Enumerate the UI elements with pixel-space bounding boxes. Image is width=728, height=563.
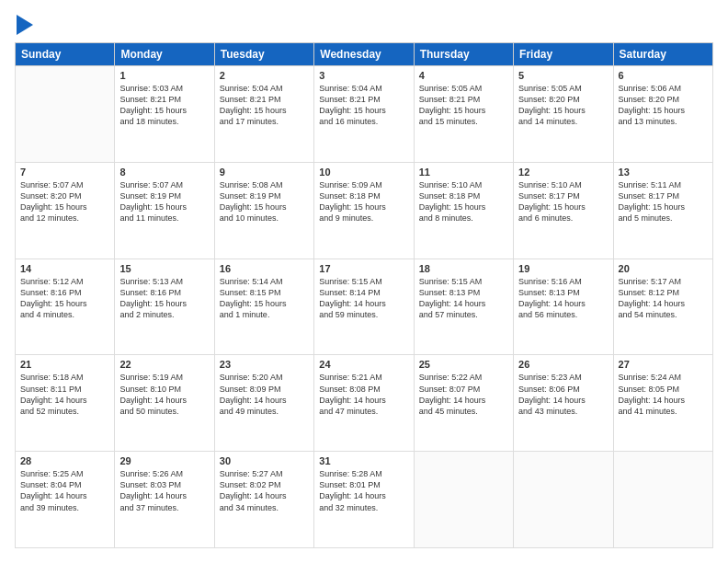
day-number: 27 <box>619 359 708 370</box>
weekday-header-thursday: Thursday <box>414 43 513 66</box>
day-number: 21 <box>20 359 109 370</box>
day-info: Sunrise: 5:05 AM Sunset: 8:21 PM Dayligh… <box>419 83 508 128</box>
calendar-table: SundayMondayTuesdayWednesdayThursdayFrid… <box>15 42 713 548</box>
weekday-header-saturday: Saturday <box>613 43 712 66</box>
calendar-cell: 20Sunrise: 5:17 AM Sunset: 8:12 PM Dayli… <box>613 259 712 355</box>
calendar-cell: 11Sunrise: 5:10 AM Sunset: 8:18 PM Dayli… <box>414 162 513 259</box>
day-number: 22 <box>119 359 209 370</box>
calendar-week-5: 28Sunrise: 5:25 AM Sunset: 8:04 PM Dayli… <box>16 452 713 548</box>
day-number: 9 <box>220 167 309 178</box>
weekday-header-row: SundayMondayTuesdayWednesdayThursdayFrid… <box>16 43 713 66</box>
page: SundayMondayTuesdayWednesdayThursdayFrid… <box>0 0 728 563</box>
calendar-cell: 18Sunrise: 5:15 AM Sunset: 8:13 PM Dayli… <box>414 259 513 355</box>
calendar-cell <box>414 452 513 548</box>
weekday-header-sunday: Sunday <box>16 43 115 66</box>
day-number: 4 <box>419 70 508 81</box>
calendar-cell: 25Sunrise: 5:22 AM Sunset: 8:07 PM Dayli… <box>414 355 513 452</box>
calendar-cell <box>613 452 712 548</box>
calendar-cell: 23Sunrise: 5:20 AM Sunset: 8:09 PM Dayli… <box>214 355 313 452</box>
day-info: Sunrise: 5:07 AM Sunset: 8:19 PM Dayligh… <box>119 179 209 224</box>
day-number: 29 <box>119 455 209 466</box>
calendar-cell: 1Sunrise: 5:03 AM Sunset: 8:21 PM Daylig… <box>115 66 214 163</box>
day-number: 28 <box>20 455 109 466</box>
calendar-cell: 13Sunrise: 5:11 AM Sunset: 8:17 PM Dayli… <box>613 162 712 259</box>
calendar-cell: 29Sunrise: 5:26 AM Sunset: 8:03 PM Dayli… <box>115 452 214 548</box>
calendar-cell: 26Sunrise: 5:23 AM Sunset: 8:06 PM Dayli… <box>514 355 613 452</box>
day-number: 6 <box>619 70 708 81</box>
day-info: Sunrise: 5:10 AM Sunset: 8:17 PM Dayligh… <box>518 179 608 224</box>
logo-arrow-icon <box>17 15 33 35</box>
day-info: Sunrise: 5:16 AM Sunset: 8:13 PM Dayligh… <box>518 276 608 321</box>
day-info: Sunrise: 5:11 AM Sunset: 8:17 PM Dayligh… <box>619 179 708 224</box>
calendar-cell: 30Sunrise: 5:27 AM Sunset: 8:02 PM Dayli… <box>214 452 313 548</box>
weekday-header-tuesday: Tuesday <box>214 43 313 66</box>
day-info: Sunrise: 5:07 AM Sunset: 8:20 PM Dayligh… <box>20 179 109 224</box>
day-info: Sunrise: 5:21 AM Sunset: 8:08 PM Dayligh… <box>319 372 408 417</box>
calendar-cell: 7Sunrise: 5:07 AM Sunset: 8:20 PM Daylig… <box>16 162 115 259</box>
day-number: 7 <box>20 167 109 178</box>
day-info: Sunrise: 5:14 AM Sunset: 8:15 PM Dayligh… <box>220 276 309 321</box>
calendar-cell: 12Sunrise: 5:10 AM Sunset: 8:17 PM Dayli… <box>514 162 613 259</box>
day-number: 18 <box>419 263 508 274</box>
calendar-cell: 24Sunrise: 5:21 AM Sunset: 8:08 PM Dayli… <box>314 355 414 452</box>
weekday-header-wednesday: Wednesday <box>314 43 414 66</box>
day-number: 25 <box>419 359 508 370</box>
day-number: 2 <box>220 70 309 81</box>
day-info: Sunrise: 5:10 AM Sunset: 8:18 PM Dayligh… <box>419 179 508 224</box>
calendar-cell: 16Sunrise: 5:14 AM Sunset: 8:15 PM Dayli… <box>214 259 313 355</box>
calendar-cell: 4Sunrise: 5:05 AM Sunset: 8:21 PM Daylig… <box>414 66 513 163</box>
day-number: 16 <box>220 263 309 274</box>
calendar-cell: 2Sunrise: 5:04 AM Sunset: 8:21 PM Daylig… <box>214 66 313 163</box>
day-info: Sunrise: 5:08 AM Sunset: 8:19 PM Dayligh… <box>220 179 309 224</box>
day-info: Sunrise: 5:25 AM Sunset: 8:04 PM Dayligh… <box>20 468 109 513</box>
weekday-header-monday: Monday <box>115 43 214 66</box>
calendar-week-2: 7Sunrise: 5:07 AM Sunset: 8:20 PM Daylig… <box>16 162 713 259</box>
day-info: Sunrise: 5:26 AM Sunset: 8:03 PM Dayligh… <box>119 468 209 513</box>
logo <box>15 15 33 35</box>
calendar-cell: 9Sunrise: 5:08 AM Sunset: 8:19 PM Daylig… <box>214 162 313 259</box>
calendar-cell: 5Sunrise: 5:05 AM Sunset: 8:20 PM Daylig… <box>514 66 613 163</box>
day-number: 11 <box>419 167 508 178</box>
day-number: 24 <box>319 359 408 370</box>
day-number: 20 <box>619 263 708 274</box>
day-info: Sunrise: 5:09 AM Sunset: 8:18 PM Dayligh… <box>319 179 408 224</box>
calendar-cell: 15Sunrise: 5:13 AM Sunset: 8:16 PM Dayli… <box>115 259 214 355</box>
day-number: 3 <box>319 70 408 81</box>
day-number: 19 <box>518 263 608 274</box>
day-info: Sunrise: 5:19 AM Sunset: 8:10 PM Dayligh… <box>119 372 209 417</box>
day-info: Sunrise: 5:28 AM Sunset: 8:01 PM Dayligh… <box>319 468 408 513</box>
calendar-cell: 14Sunrise: 5:12 AM Sunset: 8:16 PM Dayli… <box>16 259 115 355</box>
calendar-cell: 6Sunrise: 5:06 AM Sunset: 8:20 PM Daylig… <box>613 66 712 163</box>
day-info: Sunrise: 5:24 AM Sunset: 8:05 PM Dayligh… <box>619 372 708 417</box>
day-info: Sunrise: 5:15 AM Sunset: 8:13 PM Dayligh… <box>419 276 508 321</box>
day-info: Sunrise: 5:06 AM Sunset: 8:20 PM Dayligh… <box>619 83 708 128</box>
calendar-cell <box>16 66 115 163</box>
day-info: Sunrise: 5:18 AM Sunset: 8:11 PM Dayligh… <box>20 372 109 417</box>
calendar-cell: 28Sunrise: 5:25 AM Sunset: 8:04 PM Dayli… <box>16 452 115 548</box>
calendar-cell: 22Sunrise: 5:19 AM Sunset: 8:10 PM Dayli… <box>115 355 214 452</box>
day-number: 13 <box>619 167 708 178</box>
calendar-cell: 10Sunrise: 5:09 AM Sunset: 8:18 PM Dayli… <box>314 162 414 259</box>
day-info: Sunrise: 5:04 AM Sunset: 8:21 PM Dayligh… <box>220 83 309 128</box>
calendar-cell: 21Sunrise: 5:18 AM Sunset: 8:11 PM Dayli… <box>16 355 115 452</box>
day-number: 1 <box>119 70 209 81</box>
day-info: Sunrise: 5:22 AM Sunset: 8:07 PM Dayligh… <box>419 372 508 417</box>
day-info: Sunrise: 5:13 AM Sunset: 8:16 PM Dayligh… <box>119 276 209 321</box>
day-number: 26 <box>518 359 608 370</box>
calendar-week-4: 21Sunrise: 5:18 AM Sunset: 8:11 PM Dayli… <box>16 355 713 452</box>
day-info: Sunrise: 5:23 AM Sunset: 8:06 PM Dayligh… <box>518 372 608 417</box>
day-number: 12 <box>518 167 608 178</box>
day-number: 30 <box>220 455 309 466</box>
calendar-cell <box>514 452 613 548</box>
weekday-header-friday: Friday <box>514 43 613 66</box>
day-number: 23 <box>220 359 309 370</box>
calendar-cell: 19Sunrise: 5:16 AM Sunset: 8:13 PM Dayli… <box>514 259 613 355</box>
calendar-cell: 27Sunrise: 5:24 AM Sunset: 8:05 PM Dayli… <box>613 355 712 452</box>
day-number: 14 <box>20 263 109 274</box>
day-info: Sunrise: 5:17 AM Sunset: 8:12 PM Dayligh… <box>619 276 708 321</box>
day-info: Sunrise: 5:27 AM Sunset: 8:02 PM Dayligh… <box>220 468 309 513</box>
day-info: Sunrise: 5:04 AM Sunset: 8:21 PM Dayligh… <box>319 83 408 128</box>
calendar-week-1: 1Sunrise: 5:03 AM Sunset: 8:21 PM Daylig… <box>16 66 713 163</box>
day-number: 10 <box>319 167 408 178</box>
day-number: 31 <box>319 455 408 466</box>
